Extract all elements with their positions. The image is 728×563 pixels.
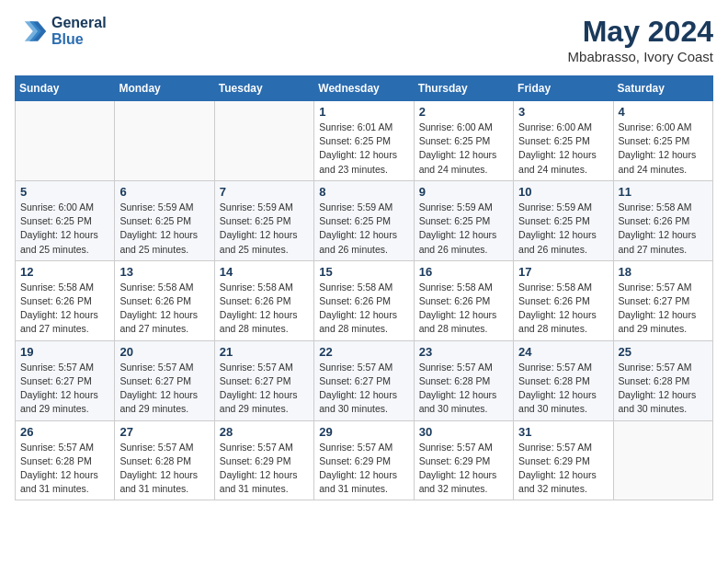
- calendar-empty-cell: [214, 101, 313, 181]
- calendar-day-6: 6Sunrise: 5:59 AM Sunset: 6:25 PM Daylig…: [115, 180, 214, 260]
- logo-text: General Blue: [51, 15, 107, 48]
- calendar-day-15: 15Sunrise: 5:58 AM Sunset: 6:26 PM Dayli…: [314, 260, 414, 340]
- day-info: Sunrise: 5:58 AM Sunset: 6:26 PM Dayligh…: [419, 281, 508, 337]
- weekday-header-friday: Friday: [514, 76, 613, 101]
- page-header: General Blue May 2024 Mbabrasso, Ivory C…: [15, 15, 713, 64]
- calendar-day-17: 17Sunrise: 5:58 AM Sunset: 6:26 PM Dayli…: [514, 260, 613, 340]
- day-info: Sunrise: 5:57 AM Sunset: 6:29 PM Dayligh…: [518, 441, 608, 497]
- day-info: Sunrise: 5:58 AM Sunset: 6:26 PM Dayligh…: [518, 281, 608, 337]
- calendar-day-21: 21Sunrise: 5:57 AM Sunset: 6:27 PM Dayli…: [214, 340, 313, 420]
- calendar-table: SundayMondayTuesdayWednesdayThursdayFrid…: [15, 75, 713, 500]
- day-info: Sunrise: 5:57 AM Sunset: 6:27 PM Dayligh…: [20, 361, 109, 417]
- calendar-day-31: 31Sunrise: 5:57 AM Sunset: 6:29 PM Dayli…: [514, 420, 613, 500]
- day-info: Sunrise: 5:57 AM Sunset: 6:27 PM Dayligh…: [220, 361, 309, 417]
- title-area: May 2024 Mbabrasso, Ivory Coast: [568, 15, 713, 64]
- calendar-day-8: 8Sunrise: 5:59 AM Sunset: 6:25 PM Daylig…: [314, 180, 414, 260]
- calendar-day-22: 22Sunrise: 5:57 AM Sunset: 6:27 PM Dayli…: [314, 340, 414, 420]
- day-info: Sunrise: 5:59 AM Sunset: 6:25 PM Dayligh…: [119, 201, 209, 257]
- day-number: 18: [619, 265, 708, 279]
- day-number: 8: [319, 185, 408, 199]
- calendar-day-28: 28Sunrise: 5:57 AM Sunset: 6:29 PM Dayli…: [214, 420, 313, 500]
- calendar-day-20: 20Sunrise: 5:57 AM Sunset: 6:27 PM Dayli…: [115, 340, 214, 420]
- day-number: 31: [518, 425, 608, 439]
- calendar-day-25: 25Sunrise: 5:57 AM Sunset: 6:28 PM Dayli…: [613, 340, 712, 420]
- day-number: 6: [119, 185, 209, 199]
- logo-icon: [15, 15, 48, 48]
- day-number: 1: [319, 105, 408, 119]
- calendar-day-11: 11Sunrise: 5:58 AM Sunset: 6:26 PM Dayli…: [613, 180, 712, 260]
- day-info: Sunrise: 5:59 AM Sunset: 6:25 PM Dayligh…: [419, 201, 508, 257]
- day-number: 19: [20, 345, 109, 359]
- calendar-day-24: 24Sunrise: 5:57 AM Sunset: 6:28 PM Dayli…: [514, 340, 613, 420]
- day-number: 11: [619, 185, 708, 199]
- day-number: 15: [319, 265, 408, 279]
- calendar-day-23: 23Sunrise: 5:57 AM Sunset: 6:28 PM Dayli…: [414, 340, 513, 420]
- calendar-day-2: 2Sunrise: 6:00 AM Sunset: 6:25 PM Daylig…: [414, 101, 513, 181]
- day-info: Sunrise: 5:58 AM Sunset: 6:26 PM Dayligh…: [20, 281, 109, 337]
- calendar-week-row: 12Sunrise: 5:58 AM Sunset: 6:26 PM Dayli…: [16, 260, 713, 340]
- day-number: 10: [518, 185, 608, 199]
- day-number: 7: [220, 185, 309, 199]
- calendar-day-4: 4Sunrise: 6:00 AM Sunset: 6:25 PM Daylig…: [613, 101, 712, 181]
- calendar-week-row: 26Sunrise: 5:57 AM Sunset: 6:28 PM Dayli…: [16, 420, 713, 500]
- day-info: Sunrise: 5:57 AM Sunset: 6:28 PM Dayligh…: [419, 361, 508, 417]
- day-number: 21: [220, 345, 309, 359]
- calendar-day-14: 14Sunrise: 5:58 AM Sunset: 6:26 PM Dayli…: [214, 260, 313, 340]
- day-number: 13: [119, 265, 209, 279]
- calendar-day-7: 7Sunrise: 5:59 AM Sunset: 6:25 PM Daylig…: [214, 180, 313, 260]
- day-number: 9: [419, 185, 508, 199]
- calendar-day-30: 30Sunrise: 5:57 AM Sunset: 6:29 PM Dayli…: [414, 420, 513, 500]
- weekday-header-row: SundayMondayTuesdayWednesdayThursdayFrid…: [16, 76, 713, 101]
- day-info: Sunrise: 5:57 AM Sunset: 6:27 PM Dayligh…: [619, 281, 708, 337]
- day-info: Sunrise: 5:59 AM Sunset: 6:25 PM Dayligh…: [319, 201, 408, 257]
- calendar-day-9: 9Sunrise: 5:59 AM Sunset: 6:25 PM Daylig…: [414, 180, 513, 260]
- day-number: 3: [518, 105, 608, 119]
- day-number: 23: [419, 345, 508, 359]
- day-info: Sunrise: 5:57 AM Sunset: 6:28 PM Dayligh…: [518, 361, 608, 417]
- day-number: 5: [20, 185, 109, 199]
- day-number: 16: [419, 265, 508, 279]
- weekday-header-wednesday: Wednesday: [314, 76, 414, 101]
- weekday-header-tuesday: Tuesday: [214, 76, 313, 101]
- day-info: Sunrise: 6:01 AM Sunset: 6:25 PM Dayligh…: [319, 121, 408, 177]
- day-number: 22: [319, 345, 408, 359]
- logo: General Blue: [15, 15, 107, 48]
- day-number: 27: [119, 425, 209, 439]
- day-info: Sunrise: 5:58 AM Sunset: 6:26 PM Dayligh…: [319, 281, 408, 337]
- day-info: Sunrise: 5:59 AM Sunset: 6:25 PM Dayligh…: [220, 201, 309, 257]
- day-info: Sunrise: 5:57 AM Sunset: 6:27 PM Dayligh…: [119, 361, 209, 417]
- weekday-header-sunday: Sunday: [16, 76, 115, 101]
- calendar-day-13: 13Sunrise: 5:58 AM Sunset: 6:26 PM Dayli…: [115, 260, 214, 340]
- day-number: 25: [619, 345, 708, 359]
- day-info: Sunrise: 5:58 AM Sunset: 6:26 PM Dayligh…: [119, 281, 209, 337]
- calendar-week-row: 1Sunrise: 6:01 AM Sunset: 6:25 PM Daylig…: [16, 101, 713, 181]
- day-number: 29: [319, 425, 408, 439]
- day-number: 4: [619, 105, 708, 119]
- day-info: Sunrise: 6:00 AM Sunset: 6:25 PM Dayligh…: [619, 121, 708, 177]
- calendar-day-29: 29Sunrise: 5:57 AM Sunset: 6:29 PM Dayli…: [314, 420, 414, 500]
- calendar-week-row: 19Sunrise: 5:57 AM Sunset: 6:27 PM Dayli…: [16, 340, 713, 420]
- day-info: Sunrise: 5:57 AM Sunset: 6:28 PM Dayligh…: [119, 441, 209, 497]
- day-number: 28: [220, 425, 309, 439]
- day-info: Sunrise: 5:58 AM Sunset: 6:26 PM Dayligh…: [619, 201, 708, 257]
- location: Mbabrasso, Ivory Coast: [568, 49, 713, 64]
- day-number: 30: [419, 425, 508, 439]
- weekday-header-monday: Monday: [115, 76, 214, 101]
- weekday-header-thursday: Thursday: [414, 76, 513, 101]
- day-number: 14: [220, 265, 309, 279]
- calendar-empty-cell: [16, 101, 115, 181]
- day-number: 26: [20, 425, 109, 439]
- calendar-empty-cell: [115, 101, 214, 181]
- calendar-day-19: 19Sunrise: 5:57 AM Sunset: 6:27 PM Dayli…: [16, 340, 115, 420]
- calendar-day-10: 10Sunrise: 5:59 AM Sunset: 6:25 PM Dayli…: [514, 180, 613, 260]
- day-info: Sunrise: 6:00 AM Sunset: 6:25 PM Dayligh…: [20, 201, 109, 257]
- weekday-header-saturday: Saturday: [613, 76, 712, 101]
- day-info: Sunrise: 5:57 AM Sunset: 6:28 PM Dayligh…: [20, 441, 109, 497]
- day-info: Sunrise: 5:57 AM Sunset: 6:28 PM Dayligh…: [619, 361, 708, 417]
- day-info: Sunrise: 5:57 AM Sunset: 6:29 PM Dayligh…: [220, 441, 309, 497]
- calendar-day-18: 18Sunrise: 5:57 AM Sunset: 6:27 PM Dayli…: [613, 260, 712, 340]
- day-info: Sunrise: 5:57 AM Sunset: 6:29 PM Dayligh…: [419, 441, 508, 497]
- day-number: 17: [518, 265, 608, 279]
- day-number: 2: [419, 105, 508, 119]
- calendar-day-1: 1Sunrise: 6:01 AM Sunset: 6:25 PM Daylig…: [314, 101, 414, 181]
